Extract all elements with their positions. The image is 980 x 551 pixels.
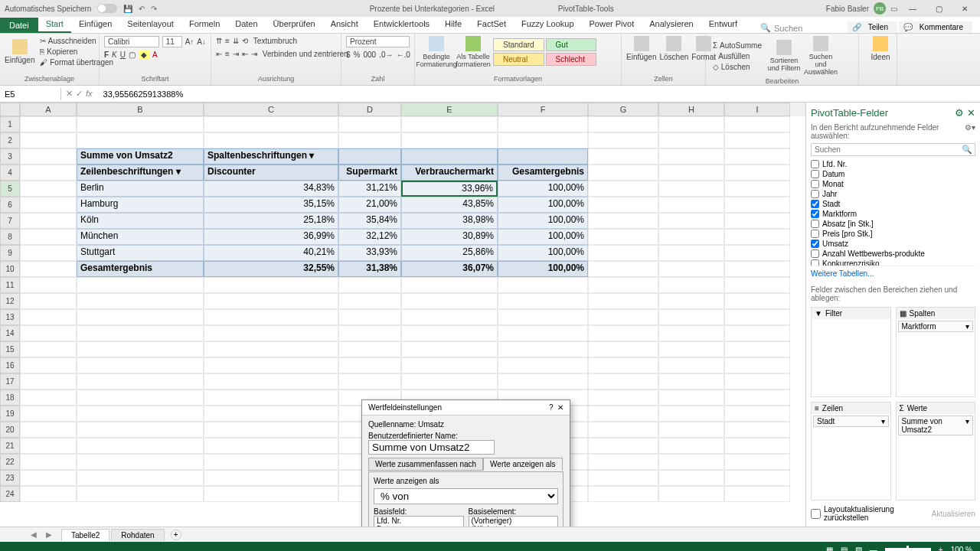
percent-icon[interactable]: %	[354, 51, 361, 59]
cell[interactable]	[77, 422, 204, 438]
cell[interactable]	[401, 325, 498, 341]
list-item[interactable]: (Nächster)	[469, 525, 558, 527]
cell[interactable]	[588, 422, 658, 438]
cell[interactable]	[498, 132, 588, 148]
cell-style-neutral[interactable]: Neutral	[493, 53, 544, 66]
font-name-select[interactable]: Calibri	[104, 36, 159, 47]
sheet-nav-prev-icon[interactable]: ◀	[31, 530, 37, 539]
insert-cells-button[interactable]: Einfügen	[626, 36, 656, 61]
cell[interactable]	[588, 470, 658, 486]
new-sheet-icon[interactable]: +	[171, 530, 181, 540]
cell[interactable]	[724, 148, 790, 165]
cell[interactable]: München	[77, 229, 204, 245]
cell[interactable]	[588, 116, 658, 132]
cell[interactable]	[204, 454, 338, 470]
sheet-tab-rohdaten[interactable]: Rohdaten	[111, 529, 164, 541]
cell[interactable]	[204, 373, 338, 390]
cell[interactable]	[204, 390, 338, 406]
more-tables-link[interactable]: Weitere Tabellen...	[811, 269, 975, 278]
cell[interactable]	[20, 373, 77, 390]
cell[interactable]	[724, 277, 790, 293]
cell[interactable]	[658, 116, 724, 132]
cell[interactable]: Berlin	[77, 181, 204, 197]
cell[interactable]	[588, 309, 658, 325]
save-icon[interactable]: 💾	[123, 5, 132, 13]
currency-icon[interactable]: $	[346, 51, 351, 59]
formula-bar[interactable]: 33,9556625913388%	[97, 88, 980, 100]
cell[interactable]: Köln	[77, 213, 204, 229]
row-header[interactable]: 3	[0, 148, 20, 165]
wrap-text-button[interactable]: Textumbruch	[251, 36, 299, 46]
row-header[interactable]: 23	[0, 470, 20, 486]
ribbon-tab-ansicht[interactable]: Ansicht	[323, 16, 366, 33]
cell[interactable]	[588, 261, 658, 277]
cell[interactable]	[20, 245, 77, 261]
zoom-level[interactable]: 100 %	[951, 546, 972, 552]
col-header-e[interactable]: E	[401, 103, 498, 116]
row-header[interactable]: 5	[0, 181, 20, 197]
field-item[interactable]: Marktform	[811, 209, 975, 219]
basefield-listbox[interactable]: Lfd. Nr.DatumMonatJahrStadtMarktform	[374, 516, 464, 527]
cell[interactable]	[658, 438, 724, 454]
filter-zone[interactable]: ▼ Filter	[811, 307, 891, 397]
row-header[interactable]: 1	[0, 116, 20, 132]
cell[interactable]	[724, 341, 790, 357]
cell[interactable]	[204, 132, 338, 148]
zoom-in-icon[interactable]: +	[939, 546, 943, 552]
cell[interactable]	[204, 116, 338, 132]
cell[interactable]	[724, 165, 790, 181]
enter-formula-icon[interactable]: ✓	[76, 89, 83, 99]
cell[interactable]: Supermarkt	[338, 165, 401, 181]
cell[interactable]	[658, 245, 724, 261]
cell[interactable]	[77, 438, 204, 454]
bold-button[interactable]: F	[104, 51, 109, 59]
cell[interactable]	[20, 277, 77, 293]
cell[interactable]	[338, 325, 401, 341]
cell[interactable]	[588, 341, 658, 357]
row-header[interactable]: 19	[0, 406, 20, 422]
ribbon-tab-einfügen[interactable]: Einfügen	[71, 16, 119, 33]
cell[interactable]	[204, 277, 338, 293]
cell[interactable]	[401, 148, 498, 165]
cell[interactable]	[658, 406, 724, 422]
cell[interactable]: 100,00%	[498, 181, 588, 197]
field-item[interactable]: Lfd. Nr.	[811, 159, 975, 169]
row-header[interactable]: 16	[0, 357, 20, 373]
cell[interactable]	[658, 422, 724, 438]
ribbon-tab-start[interactable]: Start	[38, 16, 71, 33]
indent-dec-icon[interactable]: ⇤	[242, 50, 248, 58]
decimal-dec-icon[interactable]: ←.0	[397, 51, 410, 59]
cancel-formula-icon[interactable]: ✕	[66, 89, 73, 99]
zone-item-stadt[interactable]: Stadt▾	[813, 416, 889, 427]
cell[interactable]: Hamburg	[77, 197, 204, 213]
cell[interactable]	[588, 148, 658, 165]
cell[interactable]	[658, 390, 724, 406]
cell[interactable]	[204, 406, 338, 422]
field-item[interactable]: Jahr	[811, 189, 975, 199]
row-header[interactable]: 4	[0, 165, 20, 181]
cell[interactable]	[204, 470, 338, 486]
cell[interactable]	[658, 373, 724, 390]
close-button[interactable]: ✕	[954, 1, 975, 16]
cell[interactable]: Summe von Umsatz2	[77, 148, 204, 165]
cell[interactable]	[724, 373, 790, 390]
fx-icon[interactable]: fx	[86, 89, 93, 99]
cell[interactable]	[588, 406, 658, 422]
row-header[interactable]: 22	[0, 454, 20, 470]
row-header[interactable]: 11	[0, 277, 20, 293]
pane-tools-icon[interactable]: ⚙▾	[965, 123, 975, 140]
list-item[interactable]: (Vorheriger)	[469, 517, 558, 525]
cell[interactable]	[20, 406, 77, 422]
cell-style-standard[interactable]: Standard	[493, 38, 544, 51]
field-item[interactable]: Stadt	[811, 199, 975, 209]
number-format-select[interactable]: Prozent	[346, 36, 410, 47]
cell[interactable]: 40,21%	[204, 245, 338, 261]
share-button[interactable]: 🔗 Teilen	[848, 21, 897, 33]
cell[interactable]	[20, 293, 77, 309]
cell[interactable]: 38,98%	[401, 213, 498, 229]
avatar[interactable]: FB	[874, 2, 886, 15]
cell[interactable]: Discounter	[204, 165, 338, 181]
cell[interactable]	[20, 229, 77, 245]
cell[interactable]	[724, 132, 790, 148]
cell[interactable]	[498, 277, 588, 293]
